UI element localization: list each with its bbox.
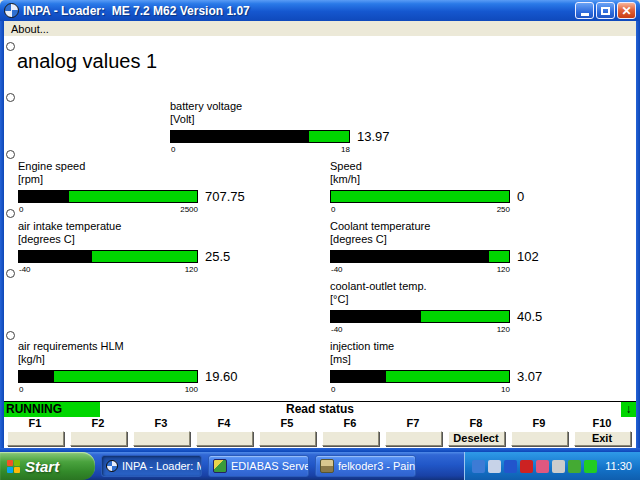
window-title: INPA - Loader: ME 7.2 M62 Version 1.07	[23, 4, 575, 18]
f1-button[interactable]	[7, 431, 64, 446]
f3-label: F3	[130, 417, 192, 430]
gauge-bar	[18, 190, 198, 203]
gauge-label: air intake temperatue	[18, 220, 283, 233]
close-button[interactable]: ✕	[617, 2, 636, 19]
status-message: Read status	[4, 402, 636, 417]
gauge-battery-voltage: battery voltage [Volt] 13.97 018	[170, 100, 435, 155]
window-border-right	[636, 21, 640, 452]
f4-button[interactable]	[196, 431, 253, 446]
f2-button[interactable]	[70, 431, 127, 446]
gauge-bar-fill	[171, 131, 309, 142]
f10-exit-button[interactable]: Exit	[574, 431, 631, 446]
tray-icons	[472, 460, 597, 473]
gauge-scale-min: 0	[19, 205, 23, 214]
f9-label: F9	[508, 417, 570, 430]
gauge-bar-fill	[19, 251, 92, 262]
gauge-scale-max: 100	[185, 385, 198, 394]
gauge-value: 40.5	[517, 309, 542, 324]
minimize-button[interactable]	[575, 2, 594, 19]
gauge-bar	[330, 250, 510, 263]
f4-label: F4	[193, 417, 255, 430]
gauge-bar-fill	[19, 191, 69, 202]
taskbar-task-inpa[interactable]: INPA - Loader: ME 7...	[101, 455, 202, 477]
gauge-unit: [km/h]	[330, 173, 595, 186]
gauge-scale-min: -40	[19, 265, 31, 274]
task-title: EDIABAS Server	[231, 460, 309, 472]
f6-label: F6	[319, 417, 381, 430]
f8-deselect-button[interactable]: Deselect	[448, 431, 505, 446]
gauge-scale-max: 120	[497, 325, 510, 334]
signal-strength-icon[interactable]	[584, 460, 597, 473]
gauge-unit: [Volt]	[170, 113, 435, 126]
gauge-bar	[18, 370, 198, 383]
gauge-scale-max: 120	[185, 265, 198, 274]
gauge-bar-fill	[331, 311, 421, 322]
gauge-value: 25.5	[205, 249, 230, 264]
network-monitor-icon[interactable]	[488, 460, 501, 473]
inpa-client-area: analog values 1 battery voltage [Volt] 1…	[4, 36, 636, 448]
gauge-scale-max: 250	[497, 205, 510, 214]
battery-icon[interactable]	[504, 460, 517, 473]
gauge-label: coolant-outlet temp.	[330, 280, 595, 293]
gauge-coolant-temperature: Coolant temperature [degrees C] 102 -401…	[330, 220, 595, 275]
f6-button[interactable]	[322, 431, 379, 446]
gauge-unit: [degrees C]	[330, 233, 595, 246]
gauge-bar	[330, 190, 510, 203]
f5-label: F5	[256, 417, 318, 430]
bmw-app-icon	[4, 3, 19, 18]
start-button[interactable]: Start	[0, 452, 95, 480]
f7-button[interactable]	[385, 431, 442, 446]
gauge-value: 19.60	[205, 369, 238, 384]
gauge-bar	[330, 310, 510, 323]
gauge-unit: [ms]	[330, 353, 595, 366]
taskbar: Start INPA - Loader: ME 7... EDIABAS Ser…	[0, 452, 640, 480]
gauge-air-intake-temperature: air intake temperatue [degrees C] 25.5 -…	[18, 220, 283, 275]
status-bar: RUNNING Read status ↓	[4, 401, 636, 417]
gauge-bar-fill	[331, 251, 489, 262]
maximize-button[interactable]	[596, 2, 615, 19]
gauge-bar-fill	[19, 371, 54, 382]
selector-circle	[6, 269, 15, 278]
antivirus-icon[interactable]	[520, 460, 533, 473]
gauge-scale-max: 10	[501, 385, 510, 394]
gauge-unit: [°C]	[330, 293, 595, 306]
selector-circle	[6, 209, 15, 218]
gauge-injection-time: injection time [ms] 3.07 010	[330, 340, 595, 395]
gauge-label: Engine speed	[18, 160, 283, 173]
gauge-coolant-outlet-temperature: coolant-outlet temp. [°C] 40.5 -40120	[330, 280, 595, 335]
bmw-app-icon	[106, 460, 118, 472]
scroll-down-arrow-icon[interactable]: ↓	[621, 402, 636, 417]
task-title: felkoder3 - Paint	[338, 460, 416, 472]
f2-label: F2	[67, 417, 129, 430]
taskbar-task-paint[interactable]: felkoder3 - Paint	[315, 455, 416, 477]
selector-circle	[6, 93, 15, 102]
system-tray: 11:30	[464, 452, 640, 480]
page-title: analog values 1	[17, 50, 157, 73]
f1-label: F1	[4, 417, 66, 430]
f9-button[interactable]	[511, 431, 568, 446]
taskbar-clock: 11:30	[605, 460, 632, 472]
taskbar-task-ediabas[interactable]: EDIABAS Server	[208, 455, 309, 477]
gauge-value: 707.75	[205, 189, 245, 204]
gauge-label: Coolant temperature	[330, 220, 595, 233]
gauge-scale-max: 18	[341, 145, 350, 154]
f7-label: F7	[382, 417, 444, 430]
gauge-bar	[18, 250, 198, 263]
f5-button[interactable]	[259, 431, 316, 446]
title-bar: INPA - Loader: ME 7.2 M62 Version 1.07 ✕	[0, 0, 640, 21]
gauge-scale-min: 0	[331, 385, 335, 394]
messenger-icon[interactable]	[472, 460, 485, 473]
menu-about[interactable]: About...	[4, 23, 56, 35]
f3-button[interactable]	[133, 431, 190, 446]
gauge-unit: [degrees C]	[18, 233, 283, 246]
gauge-scale-min: -40	[331, 265, 343, 274]
display-settings-icon[interactable]	[536, 460, 549, 473]
gauge-air-requirements-hlm: air requirements HLM [kg/h] 19.60 0100	[18, 340, 283, 395]
update-shield-icon[interactable]	[568, 460, 581, 473]
gauge-label: injection time	[330, 340, 595, 353]
gauge-scale-max: 2500	[180, 205, 198, 214]
gauge-label: Speed	[330, 160, 595, 173]
gauge-bar-fill	[331, 371, 386, 382]
gauge-value: 13.97	[357, 129, 390, 144]
volume-icon[interactable]	[552, 460, 565, 473]
